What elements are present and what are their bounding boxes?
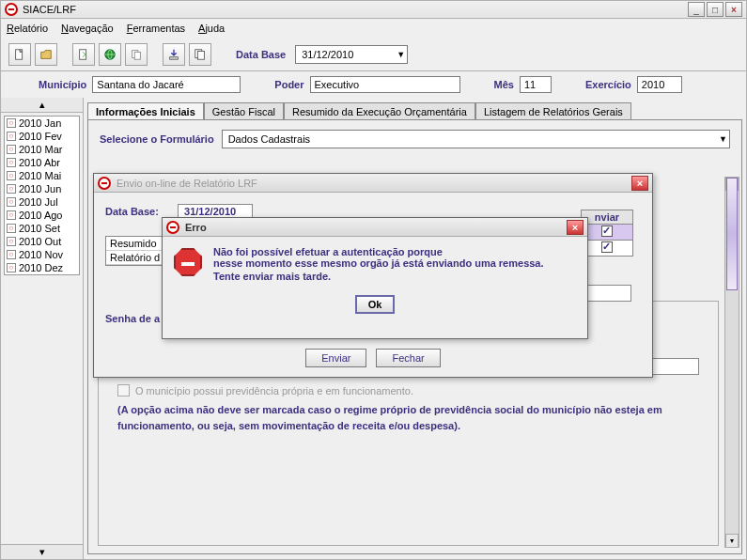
menu-ajuda[interactable]: Ajuda (198, 23, 225, 34)
window-title: SIACE/LRF (23, 4, 76, 15)
tab-informacoes[interactable]: Informações Iniciais (87, 102, 204, 120)
month-item: ○2010 Mar (5, 143, 79, 156)
previdencia-checkbox[interactable] (117, 384, 130, 397)
menubar: RRelatórioelatório Navegação Ferramentas… (0, 19, 747, 38)
svg-rect-4 (134, 52, 140, 59)
sidebar-scroll-down[interactable]: ▾ (1, 544, 83, 559)
grid-header-enviar: nviar (581, 210, 633, 225)
month-icon: ○ (7, 158, 16, 167)
grid-cell[interactable] (581, 241, 633, 257)
tab-row: Informações Iniciais Gestão Fiscal Resum… (87, 101, 742, 119)
previdencia-text: O município possui previdência própria e… (135, 385, 413, 397)
close-button[interactable]: × (725, 2, 742, 17)
download-button[interactable] (163, 43, 185, 66)
minimize-button[interactable]: _ (688, 2, 705, 17)
app-icon (5, 3, 18, 16)
month-item: ○2010 Nov (5, 248, 79, 261)
dlg1-database-label: Data Base: (105, 206, 175, 217)
menu-relatorio[interactable]: RRelatórioelatório (7, 23, 48, 34)
checkbox-icon[interactable] (601, 226, 613, 237)
month-icon: ○ (7, 237, 16, 246)
data-base-label: Data Base (236, 49, 286, 60)
data-base-combo[interactable]: 31/12/2010 ▼ (295, 45, 408, 64)
dialog-envio-close[interactable]: × (631, 176, 648, 191)
dialog-envio-title: Envio on-line de Relatório LRF (117, 178, 257, 189)
copy-button[interactable] (125, 43, 148, 66)
month-item: ○2010 Jul (5, 195, 79, 209)
selecione-label: Selecione o Formulário (100, 133, 214, 145)
window-controls: _ □ × (688, 2, 742, 17)
app-icon (98, 177, 111, 190)
tab-listagem[interactable]: Listagem de Relatórios Gerais (475, 102, 631, 120)
month-icon: ○ (7, 184, 16, 194)
open-button[interactable] (35, 43, 57, 66)
scroll-thumb[interactable] (726, 178, 738, 290)
month-item: ○2010 Mai (5, 169, 79, 182)
dlg1-enviar-grid: nviar (581, 210, 633, 257)
month-item: ○2010 Fev (5, 130, 79, 143)
dialog-erro: Erro × Não foi possível efetuar a autent… (162, 217, 588, 339)
municipio-field[interactable]: Santana do Jacaré (92, 76, 241, 93)
app-icon (166, 221, 179, 234)
chevron-down-icon: ▼ (719, 134, 727, 144)
scrollbar[interactable]: ▴ ▾ (724, 177, 739, 548)
month-icon: ○ (7, 171, 16, 180)
svg-rect-5 (170, 56, 179, 59)
menu-navegacao[interactable]: Navegação (61, 23, 114, 34)
exercicio-label: Exercício (585, 79, 631, 90)
enviar-button[interactable]: Enviar (305, 349, 366, 367)
chevron-down-icon: ▼ (397, 50, 405, 59)
mes-label: Mês (494, 79, 514, 90)
month-icon: ○ (7, 224, 16, 233)
maximize-button[interactable]: □ (707, 2, 724, 17)
month-item: ○2010 Dez (5, 261, 79, 274)
month-icon: ○ (7, 210, 16, 220)
month-item: ○2010 Ago (5, 209, 79, 222)
titlebar: SIACE/LRF _ □ × (0, 0, 747, 19)
tab-gestao[interactable]: Gestão Fiscal (204, 102, 284, 120)
web-button[interactable] (99, 43, 121, 66)
filter-row: Município Santana do Jacaré Poder Execut… (0, 71, 747, 98)
poder-field[interactable]: Executivo (310, 76, 460, 93)
month-item: ○2010 Jan (5, 117, 79, 130)
poder-label: Poder (274, 79, 303, 90)
sidebar: ▴ ○2010 Jan ○2010 Fev ○2010 Mar ○2010 Ab… (1, 98, 84, 559)
dialog-erro-title: Erro (185, 222, 207, 233)
month-icon: ○ (7, 197, 16, 207)
new-doc-button[interactable] (8, 43, 31, 66)
stack-button[interactable] (189, 43, 211, 66)
previdencia-note: (A opção acima não deve ser marcada caso… (117, 402, 699, 433)
selecione-combo[interactable]: Dados Cadastrais ▼ (222, 130, 730, 148)
grid-cell[interactable] (581, 225, 633, 241)
mes-field[interactable]: 11 (520, 76, 552, 93)
month-icon: ○ (7, 263, 16, 272)
exercicio-field[interactable]: 2010 (637, 76, 682, 93)
error-icon (174, 248, 202, 276)
dialog-envio-titlebar[interactable]: Envio on-line de Relatório LRF × (94, 174, 652, 193)
month-icon: ○ (7, 145, 16, 154)
fechar-button[interactable]: Fechar (376, 349, 440, 367)
month-item: ○2010 Jun (5, 182, 79, 195)
dialog-erro-body: Não foi possível efetuar a autenticação … (163, 237, 587, 291)
dialog-erro-close[interactable]: × (567, 220, 584, 235)
ok-button[interactable]: Ok (355, 295, 396, 314)
month-item: ○2010 Set (5, 222, 79, 235)
month-item: ○2010 Out (5, 235, 79, 248)
import-button[interactable] (72, 43, 95, 66)
error-message: Não foi possível efetuar a autenticação … (213, 246, 544, 282)
month-item: ○2010 Abr (5, 156, 79, 169)
month-list[interactable]: ○2010 Jan ○2010 Fev ○2010 Mar ○2010 Abr … (4, 116, 80, 275)
svg-rect-7 (197, 51, 204, 59)
municipio-label: Município (39, 79, 86, 90)
sidebar-scroll-up[interactable]: ▴ (1, 98, 83, 113)
month-icon: ○ (7, 250, 16, 259)
dialog-erro-titlebar[interactable]: Erro × (163, 218, 587, 237)
month-icon: ○ (7, 132, 16, 141)
tab-resumido[interactable]: Resumido da Execução Orçamentária (284, 102, 475, 120)
menu-ferramentas[interactable]: Ferramentas (127, 23, 185, 34)
dlg1-senha-label: Senha de a (105, 313, 160, 324)
checkbox-icon[interactable] (601, 241, 613, 253)
toolbar: Data Base 31/12/2010 ▼ (0, 38, 747, 71)
scroll-down-button[interactable]: ▾ (725, 534, 739, 548)
dialog-envio-body: Data Base: 31/12/2010 Resumido Relatório… (94, 193, 652, 211)
